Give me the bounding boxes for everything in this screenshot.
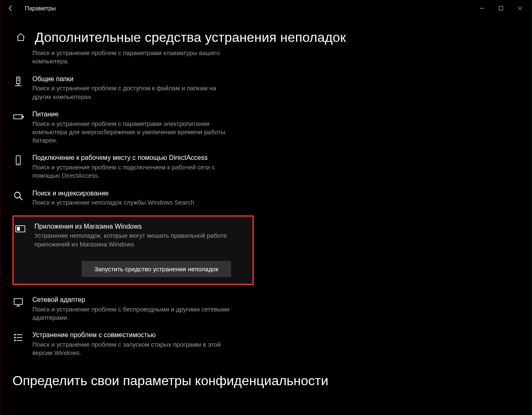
maximize-button[interactable] — [491, 2, 510, 15]
home-icon[interactable] — [12, 29, 29, 46]
svg-rect-1 — [499, 7, 503, 10]
item-title: Устранение проблем с совместимостью — [32, 331, 236, 340]
item-description: Поиск и устранение проблем с беспроводны… — [32, 305, 236, 322]
app-window-icon — [15, 222, 34, 249]
search-icon — [12, 189, 32, 207]
svg-point-16 — [15, 192, 20, 198]
item-description: Поиск и устранение неполадок службы Wind… — [32, 198, 236, 207]
troubleshooter-power[interactable]: Питание Поиск и устранение проблем с пар… — [12, 103, 245, 147]
run-troubleshooter-button[interactable]: Запустить средство устранения неполадок — [82, 261, 231, 277]
item-title: Подключение к рабочему месту с помощью D… — [32, 154, 236, 162]
item-description: Поиск и устранение проблем с параметрами… — [32, 120, 236, 145]
troubleshooter-shared-folders[interactable]: Общие папки Поиск и устранение проблем с… — [12, 68, 245, 103]
item-title: Поиск и индексирование — [32, 189, 236, 198]
troubleshooter-keyboard[interactable]: Клавиатура Поиск и устранение проблем с … — [12, 50, 245, 68]
svg-line-17 — [19, 197, 22, 200]
close-button[interactable] — [510, 2, 530, 15]
item-description: Поиск и устранение проблем с доступом к … — [32, 84, 236, 101]
troubleshooter-search[interactable]: Поиск и индексирование Поиск и устранени… — [12, 182, 245, 209]
troubleshooter-store-apps[interactable]: Приложения из Магазина Windows Устранени… — [15, 222, 247, 250]
keyboard-icon — [12, 50, 32, 66]
item-description: Устранение неполадок, которые могут меша… — [34, 232, 238, 249]
monitor-icon — [12, 296, 32, 322]
svg-rect-20 — [14, 299, 22, 304]
troubleshooter-compatibility[interactable]: Устранение проблем с совместимостью Поис… — [12, 323, 245, 359]
window-controls — [472, 2, 530, 15]
svg-rect-19 — [17, 227, 20, 231]
content-area: Клавиатура Поиск и устранение проблем с … — [0, 50, 532, 414]
privacy-section-heading: Определить свои параметры конфиденциальн… — [12, 373, 532, 388]
server-icon — [12, 75, 32, 101]
item-title: Общие папки — [32, 75, 236, 84]
window-title: Параметры — [25, 5, 56, 12]
item-title: Сетевой адаптер — [32, 296, 236, 304]
titlebar: Параметры — [0, 0, 532, 17]
battery-icon — [12, 110, 32, 145]
item-description: Поиск и устранение проблем с подключение… — [32, 163, 236, 180]
svg-point-27 — [15, 340, 15, 341]
troubleshooter-list: Клавиатура Поиск и устранение проблем с … — [12, 50, 532, 388]
item-description: Поиск и устранение проблем с запуском ст… — [32, 340, 236, 357]
svg-rect-12 — [14, 115, 22, 119]
svg-point-23 — [15, 334, 15, 335]
troubleshooter-directaccess[interactable]: Подключение к рабочему месту с помощью D… — [12, 146, 245, 181]
back-button[interactable] — [5, 2, 17, 14]
svg-rect-13 — [22, 116, 23, 118]
svg-point-25 — [15, 337, 15, 338]
list-icon — [12, 331, 32, 357]
troubleshooter-network-adapter[interactable]: Сетевой адаптер Поиск и устранение пробл… — [12, 288, 245, 323]
item-title: Питание — [32, 110, 236, 119]
troubleshooter-store-apps-selected: Приложения из Магазина Windows Устранени… — [12, 215, 254, 285]
item-description: Поиск и устранение проблем с параметрами… — [32, 50, 236, 66]
page-title: Дополнительные средства устранения непол… — [35, 30, 346, 45]
minimize-button[interactable] — [472, 2, 491, 15]
item-title: Приложения из Магазина Windows — [34, 222, 238, 231]
page-header: Дополнительные средства устранения непол… — [0, 17, 532, 50]
phone-device-icon — [12, 154, 32, 180]
